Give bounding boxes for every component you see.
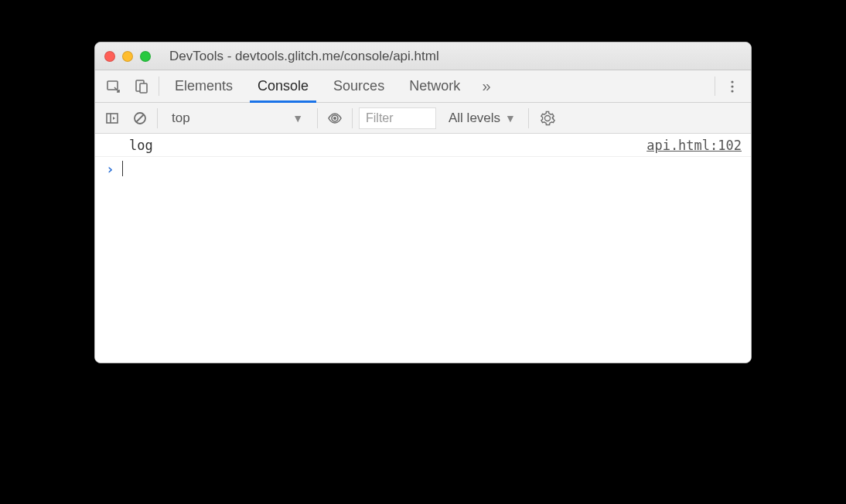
- text-cursor: [122, 161, 124, 176]
- tab-elements[interactable]: Elements: [162, 70, 245, 102]
- close-window-button[interactable]: [104, 51, 115, 62]
- inspect-element-icon[interactable]: [100, 70, 128, 102]
- levels-label: All levels: [449, 111, 500, 126]
- execution-context-selector[interactable]: top ▼: [164, 107, 311, 129]
- tabs-overflow-button[interactable]: »: [472, 70, 500, 102]
- tab-sources[interactable]: Sources: [321, 70, 397, 102]
- titlebar: DevTools - devtools.glitch.me/console/ap…: [95, 43, 751, 70]
- context-label: top: [172, 111, 190, 126]
- svg-point-3: [731, 80, 733, 83]
- divider: [352, 108, 353, 128]
- chevron-down-icon: ▼: [505, 112, 516, 124]
- minimize-window-button[interactable]: [122, 51, 133, 62]
- filter-input[interactable]: [359, 107, 436, 129]
- traffic-lights: [104, 51, 151, 62]
- divider: [159, 77, 159, 96]
- svg-point-5: [731, 90, 733, 92]
- console-settings-icon[interactable]: [535, 111, 560, 126]
- log-levels-selector[interactable]: All levels ▼: [442, 111, 522, 126]
- svg-point-4: [731, 85, 733, 87]
- toggle-sidebar-icon[interactable]: [101, 107, 123, 129]
- console-toolbar: top ▼ All levels ▼: [95, 103, 751, 134]
- divider: [715, 77, 715, 96]
- live-expression-icon[interactable]: [324, 107, 346, 129]
- log-source-link[interactable]: api.html:102: [646, 138, 742, 153]
- window-title: DevTools - devtools.glitch.me/console/ap…: [169, 49, 439, 64]
- divider: [157, 108, 158, 128]
- prompt-caret-icon: ›: [106, 161, 114, 177]
- maximize-window-button[interactable]: [140, 51, 151, 62]
- divider: [528, 108, 529, 128]
- clear-console-icon[interactable]: [129, 107, 151, 129]
- settings-menu-button[interactable]: [718, 70, 746, 102]
- console-output: log api.html:102 ›: [95, 134, 751, 363]
- svg-point-10: [333, 117, 336, 120]
- divider: [317, 108, 318, 128]
- chevron-down-icon: ▼: [292, 112, 303, 124]
- device-toolbar-icon[interactable]: [128, 70, 155, 102]
- console-log-entry: log api.html:102: [95, 134, 751, 157]
- svg-rect-6: [107, 114, 118, 123]
- main-tabs-bar: Elements Console Sources Network »: [95, 70, 751, 103]
- log-message: log: [129, 138, 153, 153]
- console-prompt[interactable]: ›: [95, 157, 751, 180]
- tab-console[interactable]: Console: [245, 70, 321, 102]
- svg-line-9: [136, 114, 144, 122]
- tab-network[interactable]: Network: [397, 70, 472, 102]
- svg-rect-2: [140, 83, 147, 93]
- devtools-window: DevTools - devtools.glitch.me/console/ap…: [94, 42, 752, 363]
